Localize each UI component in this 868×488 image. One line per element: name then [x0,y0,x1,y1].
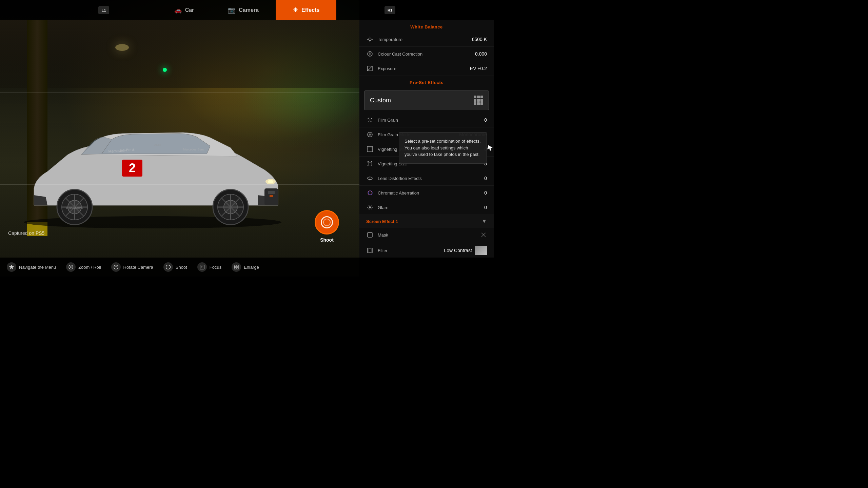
tab-effects[interactable]: ☀ Effects [276,0,336,20]
svg-point-36 [370,118,370,118]
colour-cast-value: 0.000 [475,51,487,57]
r1-button[interactable]: R1 [384,6,395,14]
svg-rect-48 [369,162,371,165]
film-grain-mode-icon [366,131,374,138]
svg-line-58 [371,209,372,209]
tab-camera[interactable]: 📷 Camera [211,0,276,20]
mask-row[interactable]: Mask [359,228,494,242]
screen-effect-label: Screen Effect 1 [366,219,481,224]
svg-rect-77 [234,267,236,269]
svg-text:BRIDGESTONE: BRIDGESTONE [66,207,83,209]
svg-point-37 [371,118,372,119]
mask-label: Mask [378,232,476,238]
svg-point-40 [372,120,372,120]
svg-rect-65 [368,249,372,252]
tooltip-text: Select a pre-set combination of effects.… [405,139,481,157]
svg-line-57 [368,206,369,206]
film-grain-row[interactable]: Film Grain 0 [359,113,494,127]
svg-point-72 [114,265,118,269]
svg-rect-61 [368,232,372,237]
svg-text:AMG: AMG [154,143,161,147]
effects-panel: White Balance Temperature 6500 K Colour … [359,20,494,258]
top-navigation: L1 🚗 Car 📷 Camera ☀ Effects R1 [0,0,494,20]
bottom-action-shoot[interactable]: Shoot [163,262,187,272]
exposure-row[interactable]: +– Exposure EV +0.2 [359,61,494,76]
lens-distortion-icon [366,175,374,182]
bottom-action-focus[interactable]: Focus [197,262,221,272]
car-icon: 🚗 [174,6,182,14]
shoot-bottom-label: Shoot [176,265,187,270]
rotate-icon [111,262,121,272]
focus-icon [197,262,207,272]
filter-thumbnail [475,246,487,255]
scene-background: 2 Mercedes-Benz Mercedes-Benz BRIDGESTON… [0,0,359,277]
focus-label: Focus [210,265,221,270]
enlarge-label: Enlarge [244,265,259,270]
shoot-icon [163,262,173,272]
scene-light [115,44,129,51]
chromatic-aberration-icon [366,189,374,197]
custom-preset-label: Custom [370,97,470,104]
lens-distortion-label: Lens Distortion Effects [378,176,480,181]
temperature-row[interactable]: Temperature 6500 K [359,32,494,47]
chromatic-aberration-label: Chromatic Aberration [378,190,480,196]
scene-traffic-light [163,68,167,72]
bottom-action-rotate[interactable]: Rotate Camera [111,262,153,272]
temperature-value: 6500 K [472,37,487,42]
filter-icon [366,247,374,254]
svg-rect-75 [234,265,236,267]
car-svg: 2 Mercedes-Benz Mercedes-Benz BRIDGESTON… [7,110,312,232]
filter-row[interactable]: Filter Low Contrast [359,242,494,258]
film-grain-icon [366,116,374,124]
tab-effects-label: Effects [301,7,319,13]
tab-car[interactable]: 🚗 Car [157,0,211,20]
svg-rect-76 [237,265,238,267]
custom-preset-selector[interactable]: Custom [364,90,489,110]
svg-point-44 [369,134,371,136]
bottom-action-enlarge[interactable]: Enlarge [232,262,259,272]
svg-point-5 [268,180,273,183]
svg-point-71 [70,266,72,268]
svg-rect-47 [368,147,372,151]
bottom-action-zoom[interactable]: Zoom / Roll [66,262,101,272]
svg-point-52 [369,206,371,208]
navigate-icon [7,262,16,272]
bottom-bar: Navigate the Menu Zoom / Roll Rotate Cam… [0,258,494,277]
colour-cast-icon [366,50,374,58]
film-grain-value: 0 [484,117,487,123]
svg-text:+: + [368,68,369,70]
lens-distortion-row[interactable]: Lens Distortion Effects 0 [359,171,494,186]
scene-ceiling [0,20,359,88]
rotate-label: Rotate Camera [123,265,153,270]
svg-point-41 [368,121,369,122]
svg-rect-73 [200,265,204,269]
navigate-label: Navigate the Menu [19,265,56,270]
tab-camera-label: Camera [239,7,259,13]
svg-text:–: – [371,67,372,69]
svg-text:2: 2 [129,161,136,175]
colour-cast-row[interactable]: Colour Cast Correction 0.000 [359,47,494,61]
effects-icon: ☀ [293,6,298,14]
screen-effect-section[interactable]: Screen Effect 1 ▼ [359,215,494,228]
svg-point-39 [370,120,371,121]
temperature-label: Temperature [378,37,468,42]
enlarge-icon [232,262,241,272]
temperature-icon [366,36,374,43]
glare-row[interactable]: Glare 0 [359,200,494,215]
shutter-icon [321,216,333,228]
vignetting-size-icon [366,160,374,167]
chevron-down-icon: ▼ [481,218,487,224]
bottom-action-navigate[interactable]: Navigate the Menu [7,262,56,272]
filter-value: Low Contrast [444,248,472,253]
mask-icon [366,231,374,239]
shoot-container: Shoot [315,210,339,243]
svg-line-60 [371,206,372,206]
zoom-icon [66,262,76,272]
svg-line-59 [368,209,369,209]
filter-label: Filter [378,248,440,253]
chromatic-aberration-value: 0 [484,190,487,196]
shoot-button[interactable] [315,210,339,235]
chromatic-aberration-row[interactable]: Chromatic Aberration 0 [359,186,494,200]
l1-button[interactable]: L1 [98,6,109,14]
shoot-label: Shoot [320,237,334,243]
